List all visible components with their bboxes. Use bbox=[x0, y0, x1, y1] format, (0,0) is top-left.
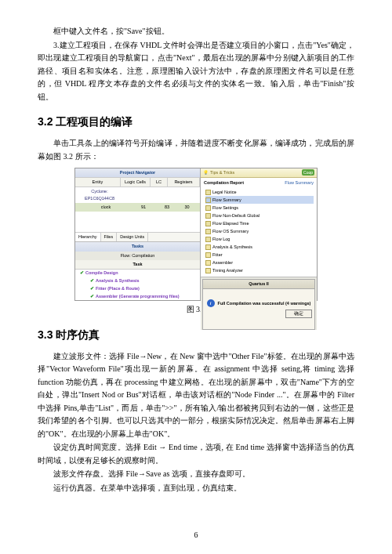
rpt-flow-summary[interactable]: Flow Summary bbox=[205, 196, 314, 204]
check-icon: ✔ bbox=[88, 285, 96, 292]
rpt-flow-elapsed[interactable]: Flow Elapsed Time bbox=[205, 219, 314, 227]
rpt-assembler[interactable]: Assembler bbox=[205, 259, 314, 267]
bulb-icon: 💡 bbox=[203, 169, 209, 176]
col-entity: Entity bbox=[75, 178, 121, 186]
folder-icon bbox=[205, 244, 211, 250]
paragraph-pre-2: 3.建立工程项目，在保存 VHDL 文件时会弹出是否建立项目的小窗口，点击"Ye… bbox=[38, 39, 354, 104]
report-icon bbox=[205, 190, 211, 195]
coop-icon: Coop bbox=[302, 169, 314, 176]
col-lc: LC bbox=[151, 178, 168, 186]
paragraph-3-3-2: 设定仿真时间宽度。选择 Edit → End time，选项, 在 End ti… bbox=[38, 441, 354, 467]
entity-lc: 83 bbox=[158, 204, 176, 211]
page-number: 6 bbox=[0, 529, 392, 542]
paragraph-pre-1: 框中键入文件名，按"Save"按钮。 bbox=[38, 25, 354, 38]
report-icon bbox=[205, 229, 211, 234]
figure-3-2: Project Navigator Entity Logic Cells LC … bbox=[38, 168, 354, 317]
task-list-header: Task bbox=[75, 260, 200, 270]
heading-3-2: 3.2 工程项目的编译 bbox=[38, 113, 354, 131]
task-compile-design[interactable]: ✔Compile Design bbox=[75, 270, 200, 277]
rpt-flow-nondefault[interactable]: Flow Non-Default Global bbox=[205, 212, 314, 219]
tab-hierarchy[interactable]: Hierarchy bbox=[75, 233, 101, 241]
report-icon bbox=[205, 205, 211, 211]
col-logic: Logic Cells bbox=[121, 178, 151, 186]
entity-name: clock bbox=[83, 204, 129, 211]
rpt-flow-os[interactable]: Flow OS Summary bbox=[205, 228, 314, 236]
col-reg: Registers bbox=[168, 178, 200, 186]
rpt-fitter[interactable]: Fitter bbox=[205, 252, 314, 259]
task-fitter[interactable]: ✔Fitter (Place & Route) bbox=[75, 285, 200, 293]
device-row: Cyclone: EP1C6Q144C8 bbox=[75, 187, 200, 203]
tab-files[interactable]: Files bbox=[101, 233, 118, 241]
paragraph-3-3-4: 运行仿真器。在菜单中选择项，直到出现，仿真结束。 bbox=[38, 482, 354, 495]
task-assembler[interactable]: ✔Assembler (Generate programming files) bbox=[75, 293, 200, 300]
entity-table-header: Entity Logic Cells LC Registers bbox=[75, 177, 200, 187]
dialog-body: i Full Compilation was successful (4 war… bbox=[202, 289, 315, 330]
rpt-timing[interactable]: Timing Analyzer bbox=[205, 267, 314, 275]
quartus-screenshot: Project Navigator Entity Logic Cells LC … bbox=[74, 168, 318, 301]
compilation-report-header: Compilation Report bbox=[204, 179, 244, 186]
check-icon: ✔ bbox=[78, 270, 85, 277]
rpt-flow-log[interactable]: Flow Log bbox=[205, 236, 314, 244]
project-navigator-header: Project Navigator bbox=[75, 168, 200, 177]
rpt-legal[interactable]: Legal Notice bbox=[205, 188, 314, 196]
tasks-header: Tasks bbox=[75, 242, 200, 251]
entity-row[interactable]: clock 91 83 30 bbox=[75, 203, 200, 212]
task-analysis[interactable]: ✔Analysis & Synthesis bbox=[75, 277, 200, 285]
paragraph-3-2-intro: 单击工具条上的编译符号开始编译，并随着进度不断变化屏幕，编译成功，完成后的屏幕如… bbox=[38, 137, 354, 163]
folder-icon bbox=[205, 260, 211, 266]
tab-design-units[interactable]: Design Units bbox=[117, 233, 148, 241]
check-icon: ✔ bbox=[88, 277, 96, 284]
report-icon bbox=[205, 197, 211, 203]
entity-logic: 91 bbox=[129, 204, 158, 211]
folder-icon bbox=[205, 268, 211, 273]
rpt-analysis[interactable]: Analysis & Synthesis bbox=[205, 244, 314, 252]
flow-summary-label: Flow Summary bbox=[285, 179, 314, 186]
device-name: Cyclone: EP1C6Q144C8 bbox=[77, 188, 122, 202]
project-nav-tabs: Hierarchy Files Design Units bbox=[75, 232, 200, 241]
report-icon bbox=[205, 237, 211, 242]
report-list: Legal Notice Flow Summary Flow Settings … bbox=[205, 188, 314, 275]
paragraph-3-3-1: 建立波形文件：选择 File→New，在 New 窗中选中"Other File… bbox=[38, 350, 354, 441]
ok-button[interactable]: 确定 bbox=[285, 310, 312, 318]
tasks-flow: Flow: Compilation bbox=[75, 252, 200, 260]
tips-tricks-header: 💡Tips & Tricks bbox=[201, 168, 317, 178]
rpt-flow-settings[interactable]: Flow Settings bbox=[205, 204, 314, 212]
info-icon: i bbox=[207, 299, 215, 307]
check-icon: ✔ bbox=[88, 293, 96, 300]
report-icon bbox=[205, 221, 211, 226]
dialog-title-bar: Quartus II bbox=[202, 279, 315, 289]
paragraph-3-3-3: 波形文件存盘。选择 File→Save as 选项，直接存盘即可。 bbox=[38, 468, 354, 481]
report-icon bbox=[205, 213, 211, 219]
dialog-message: Full Compilation was successful (4 warni… bbox=[218, 300, 311, 307]
folder-icon bbox=[205, 252, 211, 258]
entity-reg: 30 bbox=[176, 204, 198, 211]
